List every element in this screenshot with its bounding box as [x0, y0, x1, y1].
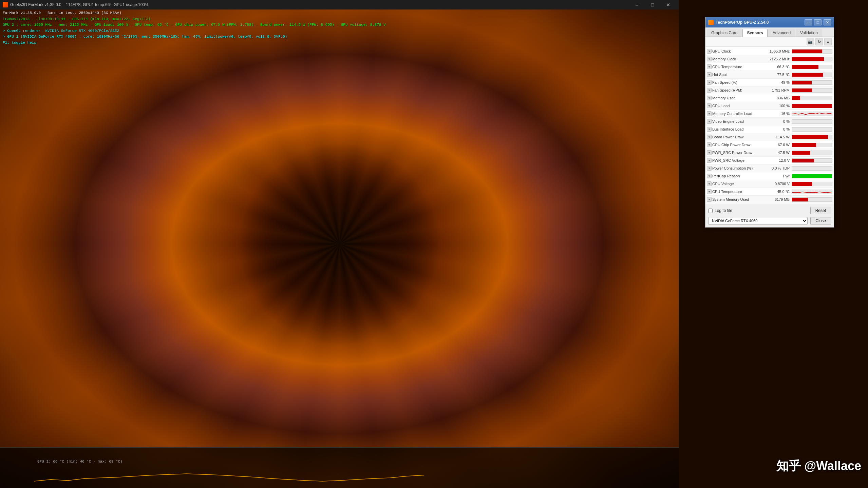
- sensor-dropdown-btn[interactable]: ▼: [707, 135, 712, 139]
- minimize-button[interactable]: –: [629, 0, 645, 9]
- sensor-bar: [792, 50, 822, 53]
- overlay-line-2: Frames:72913 - time:08:18:44 - FPS:114 (…: [3, 16, 386, 22]
- gpuz-minimize-button[interactable]: –: [805, 19, 812, 25]
- graph-svg: [34, 457, 672, 485]
- sensor-bar-container: [792, 49, 832, 54]
- sensor-value-text: 47.5 W: [765, 151, 792, 155]
- sensor-dropdown-btn[interactable]: ▼: [707, 119, 712, 124]
- camera-icon[interactable]: 📷: [807, 38, 814, 45]
- gpuz-maximize-button[interactable]: □: [814, 19, 822, 25]
- sensor-row: ▼Power Consumption (%)0.0 % TDP: [705, 164, 834, 172]
- sensor-bar: [792, 151, 810, 155]
- sensor-name-label: ▼Memory Controller Load: [707, 111, 765, 116]
- gpuz-titlebar: TechPowerUp GPU-Z 2.54.0 – □ ✕: [705, 17, 834, 27]
- refresh-icon[interactable]: ↻: [815, 38, 823, 45]
- gpu-select[interactable]: NVIDIA GeForce RTX 4060: [708, 217, 808, 225]
- sensor-value-text: 836 MB: [765, 96, 792, 100]
- sensor-dropdown-btn[interactable]: ▼: [707, 88, 712, 93]
- sensor-row: ▼GPU Temperature66.3 °C: [705, 63, 834, 71]
- sensor-row: ▼PerfCap ReasonPwr: [705, 172, 834, 180]
- sensor-dropdown-btn[interactable]: ▼: [707, 166, 712, 171]
- sensor-dropdown-btn[interactable]: ▼: [707, 174, 712, 178]
- sensor-bar-container: [792, 182, 832, 186]
- sensor-dropdown-btn[interactable]: ▼: [707, 150, 712, 155]
- sensor-dropdown-btn[interactable]: ▼: [707, 64, 712, 69]
- sensor-row: ▼GPU Clock1665.0 MHz: [705, 47, 834, 55]
- sensor-value-text: Pwr: [765, 174, 792, 178]
- gpuz-bottom-panel: Log to file Reset NVIDIA GeForce RTX 406…: [705, 204, 834, 227]
- tab-validation[interactable]: Validation: [796, 29, 822, 37]
- menu-icon[interactable]: ≡: [824, 38, 832, 45]
- sensor-dropdown-btn[interactable]: ▼: [707, 103, 712, 108]
- sensor-bar: [792, 104, 832, 108]
- sensor-name-label: ▼CPU Temperature: [707, 189, 765, 194]
- sensor-dropdown-btn[interactable]: ▼: [707, 189, 712, 194]
- reset-button[interactable]: Reset: [810, 207, 831, 214]
- sensor-name-text: Hot Spot: [712, 73, 727, 77]
- sensor-value-text: 66.3 °C: [765, 65, 792, 69]
- sensor-name-text: PWR_SRC Power Draw: [712, 151, 752, 155]
- overlay-line-6: F1: toggle help: [3, 40, 386, 46]
- sensor-name-label: ▼GPU Clock: [707, 49, 765, 54]
- sensor-value-text: 49 %: [765, 80, 792, 84]
- sensor-bar-container: [792, 88, 832, 93]
- close-button[interactable]: ✕: [660, 0, 676, 9]
- sensor-dropdown-btn[interactable]: ▼: [707, 197, 712, 202]
- sensor-name-text: Video Engine Load: [712, 119, 744, 123]
- sensor-dropdown-btn[interactable]: ▼: [707, 127, 712, 132]
- sensor-bar: [792, 73, 823, 77]
- sensor-dropdown-btn[interactable]: ▼: [707, 49, 712, 54]
- sensor-name-label: ▼GPU Chip Power Draw: [707, 142, 765, 147]
- sensor-dropdown-btn[interactable]: ▼: [707, 142, 712, 147]
- tab-advanced[interactable]: Advanced: [768, 29, 795, 37]
- sensor-row: ▼PWR_SRC Power Draw47.5 W: [705, 149, 834, 157]
- sensor-name-label: ▼GPU Load: [707, 103, 765, 108]
- sparkline-svg: [792, 190, 832, 194]
- sensor-bar-container: [792, 80, 832, 85]
- sensor-name-text: CPU Temperature: [712, 190, 742, 194]
- sensor-value-text: 0.8700 V: [765, 182, 792, 186]
- close-sensors-button[interactable]: Close: [810, 217, 831, 225]
- sensor-dropdown-btn[interactable]: ▼: [707, 158, 712, 163]
- sensor-dropdown-btn[interactable]: ▼: [707, 96, 712, 100]
- sensor-name-text: GPU Temperature: [712, 65, 742, 69]
- sensor-bar-container: [792, 112, 832, 116]
- bottom-graph: GPU 1: 66 °C (min: 46 °C - max: 68 °C): [0, 447, 679, 488]
- sensor-value-text: 0.0 % TDP: [765, 166, 792, 170]
- sensor-name-label: ▼Fan Speed (%): [707, 80, 765, 85]
- sensor-name-label: ▼Hot Spot: [707, 72, 765, 77]
- sparkline-svg: [792, 112, 832, 116]
- gpuz-tabs: Graphics Card Sensors Advanced Validatio…: [705, 27, 834, 37]
- gpuz-close-button[interactable]: ✕: [824, 19, 831, 25]
- overlay-line-3: GPU 2 : core: 1665 MHz - mem: 2125 MHz -…: [3, 22, 386, 28]
- maximize-button[interactable]: □: [645, 0, 660, 9]
- sensor-name-label: ▼PWR_SRC Voltage: [707, 158, 765, 163]
- sensor-bar: [792, 182, 812, 186]
- sensor-name-text: Memory Controller Load: [712, 112, 752, 116]
- sensor-dropdown-btn[interactable]: ▼: [707, 181, 712, 186]
- sensor-bar: [792, 57, 824, 61]
- sensor-dropdown-btn[interactable]: ▼: [707, 111, 712, 116]
- sensor-name-text: GPU Chip Power Draw: [712, 143, 750, 147]
- sensor-row: ▼PWR_SRC Voltage12.0 V: [705, 157, 834, 164]
- tab-sensors[interactable]: Sensors: [742, 29, 767, 37]
- sensor-name-label: ▼GPU Temperature: [707, 64, 765, 69]
- sensor-bar: [792, 81, 812, 84]
- log-to-file-checkbox[interactable]: [708, 209, 713, 213]
- sensor-value-text: 16 %: [765, 112, 792, 116]
- watermark: 知乎 @Wallace: [776, 458, 861, 474]
- app-title: Geeks3D FurMark v1.35.0.0 – 114FPS, GPU1…: [10, 2, 629, 7]
- tab-graphics-card[interactable]: Graphics Card: [707, 29, 742, 37]
- sensor-name-label: ▼PerfCap Reason: [707, 174, 765, 178]
- sensor-dropdown-btn[interactable]: ▼: [707, 80, 712, 85]
- sensor-bar-container: [792, 104, 832, 108]
- sensor-bar-container: [792, 190, 832, 194]
- sensor-row: ▼GPU Chip Power Draw67.0 W: [705, 141, 834, 149]
- sensor-bar: [792, 174, 832, 178]
- sensor-value-text: 2125.2 MHz: [765, 57, 792, 61]
- sensor-dropdown-btn[interactable]: ▼: [707, 72, 712, 77]
- sensor-dropdown-btn[interactable]: ▼: [707, 57, 712, 61]
- sensor-value-text: 12.0 V: [765, 158, 792, 162]
- sensor-bar-container: [792, 158, 832, 163]
- sensor-name-text: Fan Speed (%): [712, 80, 737, 84]
